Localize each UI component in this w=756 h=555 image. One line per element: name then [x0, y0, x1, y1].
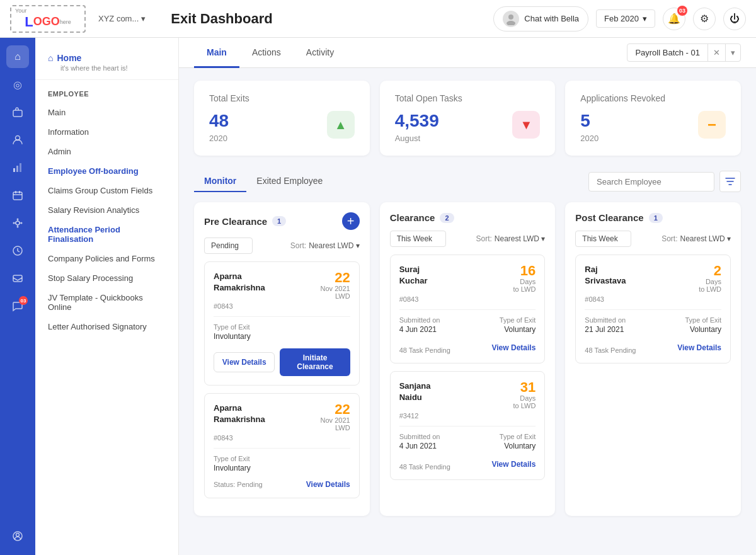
page-title: Exit Dashboard	[171, 11, 486, 27]
sort-value[interactable]: Nearest LWD ▾	[309, 241, 359, 250]
pre-clearance-status-filter[interactable]: Pending	[204, 237, 253, 254]
nav-home-title[interactable]: ⌂ Home	[48, 53, 166, 63]
logo: Your L OGO here	[10, 5, 86, 33]
company-name: XYZ com...	[98, 14, 139, 23]
logo-ogo: OGO	[33, 15, 60, 28]
post-card-top-1: RajSrivastava 2 Days to LWD	[585, 264, 721, 293]
clearance-sort-value[interactable]: Nearest LWD ▾	[495, 234, 545, 243]
clearance-card-2: SanjanaNaidu 31 Days to LWD #3412	[390, 371, 546, 480]
stat-exits-row: 48 2020 ▲	[209, 111, 355, 143]
sidebar-icon-wifi[interactable]: ◎	[6, 73, 29, 96]
date-selector[interactable]: Feb 2020 ▾	[596, 9, 655, 28]
clearance-filter-row: This Week Sort: Nearest LWD ▾	[390, 231, 546, 247]
nav-section-title: EMPLOYEE	[35, 88, 178, 103]
sidebar-icon-calendar[interactable]	[6, 184, 29, 207]
svg-rect-4	[13, 168, 15, 172]
nav-item-letter[interactable]: Letter Authorised Signatory	[35, 317, 178, 336]
post-exit-row-1: Submitted on 21 Jul 2021 Type of Exit Vo…	[585, 316, 721, 334]
monitor-tab-exited[interactable]: Exited Employee	[246, 171, 333, 192]
clearance-title: Clearance	[390, 212, 435, 223]
nav-item-attendance[interactable]: Attendance Period Finalisation	[35, 220, 178, 249]
emp-days-num: 22	[321, 271, 350, 285]
clearance-card-top-1: SurajKuchar 16 Days to LWD	[399, 264, 536, 293]
sidebar-icon-chart[interactable]	[6, 156, 29, 179]
company-selector[interactable]: XYZ com... ▾	[93, 11, 151, 26]
search-employee-input[interactable]	[588, 172, 714, 192]
initiate-clearance-button[interactable]: Initiate Clearance	[280, 348, 350, 376]
emp-actions-2: Status: Pending View Details	[214, 480, 350, 489]
chat-badge: 03	[19, 296, 28, 305]
nav-item-admin[interactable]: Admin	[35, 142, 178, 161]
svg-point-0	[508, 14, 513, 20]
payroll-batch-arrow[interactable]: ▾	[725, 44, 740, 61]
post-clearance-time-filter[interactable]: This Week	[575, 231, 631, 247]
app-container: Your L OGO here XYZ com... ▾ Exit Dashbo…	[0, 0, 756, 555]
post-sort-value[interactable]: Nearest LWD ▾	[680, 234, 731, 243]
clearance-divider-1	[399, 309, 536, 310]
emp-meta: #0843	[214, 302, 350, 310]
stat-card-tasks: Total Open Tasks 4,539 August ▼	[380, 81, 556, 156]
monitor-tabs: Monitor Exited Employee	[194, 171, 333, 192]
chat-button[interactable]: Chat with Bella	[493, 6, 588, 31]
post-view-details-1[interactable]: View Details	[677, 343, 721, 352]
emp-days: 22 Nov 2021 LWD	[321, 271, 350, 300]
exit-type-label-2: Type of Exit	[214, 455, 251, 462]
clearance-emp-name-1: SurajKuchar	[399, 264, 428, 287]
clearance-time-filter[interactable]: This Week	[390, 231, 446, 247]
date-chevron-icon: ▾	[643, 14, 647, 23]
clearance-emp-name-2: SanjanaNaidu	[399, 380, 431, 403]
tab-actions[interactable]: Actions	[239, 38, 294, 68]
clearance-days-num-1: 16	[513, 264, 536, 278]
sidebar-icon-briefcase[interactable]	[6, 101, 29, 123]
emp-lwd-label-2: LWD	[321, 424, 350, 432]
nav-item-stop-salary[interactable]: Stop Salary Processing	[35, 268, 178, 288]
filter-icon-button[interactable]	[719, 171, 741, 192]
power-button[interactable]: ⏻	[723, 8, 746, 30]
emp-lwd-label: LWD	[321, 292, 350, 300]
clearance-tolwd-1: to LWD	[513, 285, 536, 293]
clearance-view-details-1[interactable]: View Details	[492, 343, 536, 352]
tab-main[interactable]: Main	[194, 38, 239, 68]
svg-rect-5	[16, 166, 18, 172]
svg-rect-7	[13, 192, 22, 200]
nav-item-main[interactable]: Main	[35, 103, 178, 122]
emp-name-2: AparnaRamakrishna	[214, 403, 265, 425]
tab-activity[interactable]: Activity	[294, 38, 346, 68]
sidebar-icon-home[interactable]: ⌂	[6, 45, 29, 68]
sidebar-icon-user-circle[interactable]	[6, 525, 29, 547]
post-clearance-header: Post Clearance 1	[575, 212, 731, 223]
emp-id-2: #0843	[214, 434, 233, 442]
header: Your L OGO here XYZ com... ▾ Exit Dashbo…	[0, 0, 756, 38]
stat-revoked-row: 5 2020 −	[580, 111, 726, 143]
sidebar-icon-clock[interactable]	[6, 239, 29, 262]
settings-button[interactable]: ⚙	[693, 8, 716, 30]
emp-meta-2: #0843	[214, 434, 350, 442]
clearance-sort: Sort: Nearest LWD ▾	[476, 234, 546, 243]
nav-item-claims[interactable]: Claims Group Custom Fields	[35, 181, 178, 200]
clearance-exit-type-label-1: Type of Exit	[500, 316, 536, 324]
nav-item-salary-revision[interactable]: Salary Revision Analytics	[35, 200, 178, 220]
sidebar-icon-inbox[interactable]	[6, 267, 29, 290]
clearance-days-label-1: Days	[513, 278, 536, 285]
nav-item-information[interactable]: Information	[35, 122, 178, 142]
sidebar-icon-network[interactable]	[6, 212, 29, 234]
sidebar-icon-person[interactable]	[6, 129, 29, 151]
payroll-batch-close[interactable]: ✕	[707, 44, 725, 61]
nav-item-offboarding[interactable]: Employee Off-boarding	[35, 161, 178, 181]
pre-clearance-add-button[interactable]: +	[342, 212, 360, 230]
post-sort-label: Sort:	[662, 234, 677, 243]
emp-days-label: Nov 2021	[321, 285, 350, 292]
stat-card-revoked: Applications Revoked 5 2020 −	[565, 81, 741, 156]
emp-id: #0843	[214, 302, 233, 310]
monitor-tab-monitor[interactable]: Monitor	[194, 171, 246, 192]
view-details-button[interactable]: View Details	[214, 352, 275, 372]
view-details-button-2[interactable]: View Details	[306, 480, 350, 489]
clearance-view-details-2[interactable]: View Details	[492, 460, 536, 469]
nav-item-jv-template[interactable]: JV Template - Quickbooks Online	[35, 288, 178, 317]
emp-divider	[214, 316, 350, 317]
notification-button[interactable]: 🔔 03	[663, 8, 685, 30]
nav-item-policies[interactable]: Company Policies and Forms	[35, 249, 178, 268]
sidebar-icon-chat[interactable]: 03	[6, 295, 29, 318]
clearance-actions-2: 48 Task Pending View Details	[399, 458, 536, 471]
exit-type-label: Type of Exit	[214, 323, 251, 331]
